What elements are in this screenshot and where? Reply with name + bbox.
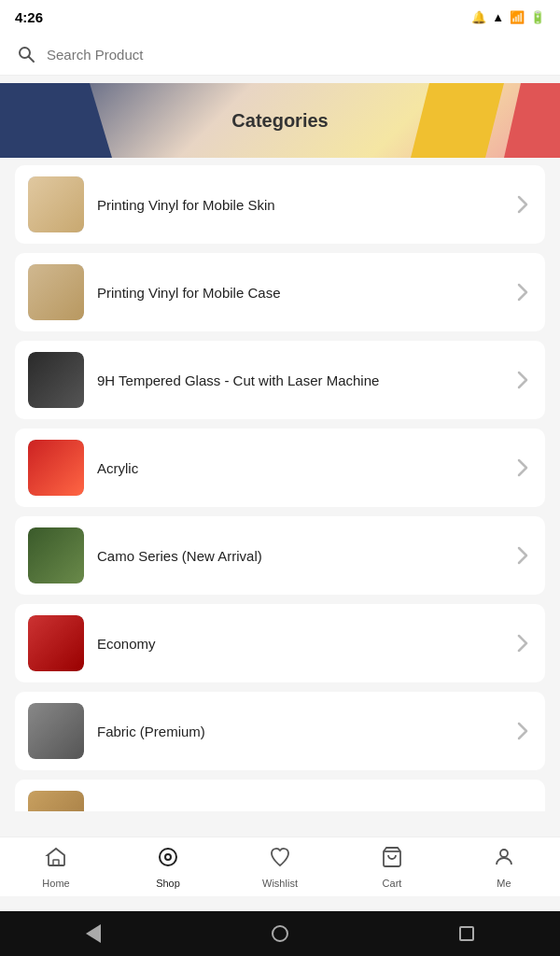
svg-rect-2 bbox=[53, 860, 59, 865]
category-name: Printing Vinyl for Mobile Case bbox=[97, 285, 513, 301]
search-icon bbox=[15, 43, 37, 65]
wifi-icon: ▲ bbox=[492, 10, 504, 24]
category-name: Printing Vinyl for Mobile Skin bbox=[97, 197, 513, 213]
category-thumb bbox=[28, 440, 84, 496]
search-input[interactable] bbox=[47, 47, 545, 63]
cart-icon bbox=[381, 846, 403, 874]
chevron-right-icon bbox=[513, 458, 532, 477]
category-item[interactable]: Economy bbox=[15, 604, 545, 682]
category-thumb bbox=[28, 264, 84, 320]
category-item-partial[interactable] bbox=[15, 780, 545, 811]
chevron-right-icon bbox=[513, 283, 532, 302]
status-icons: 🔔 ▲ 📶 🔋 bbox=[471, 10, 545, 24]
android-nav-bar bbox=[0, 911, 560, 956]
category-item[interactable]: Camo Series (New Arrival) bbox=[15, 516, 545, 595]
categories-title: Categories bbox=[231, 110, 328, 132]
category-list: Printing Vinyl for Mobile Skin Printing … bbox=[0, 165, 560, 811]
wishlist-icon bbox=[269, 846, 291, 874]
category-thumb bbox=[28, 527, 84, 583]
category-item[interactable]: Fabric (Premium) bbox=[15, 692, 545, 770]
home-label: Home bbox=[42, 878, 69, 889]
svg-line-1 bbox=[29, 57, 35, 63]
category-item[interactable]: Acrylic bbox=[15, 429, 545, 507]
back-button[interactable] bbox=[79, 924, 107, 943]
category-thumb bbox=[28, 703, 84, 759]
category-item[interactable]: Printing Vinyl for Mobile Case bbox=[15, 253, 545, 331]
status-bar: 4:26 🔔 ▲ 📶 🔋 bbox=[0, 0, 560, 34]
nav-item-wishlist[interactable]: Wishlist bbox=[224, 846, 336, 889]
cart-label: Cart bbox=[383, 878, 402, 889]
bottom-nav: Home Shop Wishlist Cart Me bbox=[0, 836, 560, 896]
category-thumb bbox=[28, 352, 84, 408]
status-time: 4:26 bbox=[15, 9, 43, 25]
nav-item-cart[interactable]: Cart bbox=[336, 846, 448, 889]
category-item[interactable]: 9H Tempered Glass - Cut with Laser Machi… bbox=[15, 341, 545, 419]
category-name: Camo Series (New Arrival) bbox=[97, 548, 513, 564]
category-name: 9H Tempered Glass - Cut with Laser Machi… bbox=[97, 373, 513, 388]
wishlist-label: Wishlist bbox=[262, 878, 298, 889]
category-thumb bbox=[28, 615, 84, 671]
chevron-right-icon bbox=[513, 195, 532, 214]
category-name: Economy bbox=[97, 636, 513, 652]
chevron-right-icon bbox=[513, 722, 532, 740]
signal-icon: 📶 bbox=[510, 10, 525, 24]
svg-point-4 bbox=[165, 854, 171, 860]
yellow-shape bbox=[411, 83, 504, 158]
nav-item-shop[interactable]: Shop bbox=[112, 846, 224, 889]
me-label: Me bbox=[497, 878, 511, 889]
category-name: Acrylic bbox=[97, 460, 513, 476]
search-bar bbox=[0, 34, 560, 76]
chevron-right-icon bbox=[513, 634, 532, 653]
category-name: Fabric (Premium) bbox=[97, 724, 513, 739]
category-thumb bbox=[28, 176, 84, 232]
recents-button[interactable] bbox=[453, 924, 481, 943]
category-thumb bbox=[28, 791, 84, 811]
categories-banner: Categories bbox=[0, 83, 560, 158]
nav-item-home[interactable]: Home bbox=[0, 846, 112, 889]
nav-item-me[interactable]: Me bbox=[448, 846, 560, 889]
category-item[interactable]: Printing Vinyl for Mobile Skin bbox=[15, 165, 545, 244]
battery-icon: 🔋 bbox=[530, 10, 545, 24]
svg-point-3 bbox=[160, 849, 176, 865]
shop-label: Shop bbox=[156, 878, 180, 889]
svg-point-6 bbox=[500, 850, 508, 857]
shop-icon bbox=[157, 846, 179, 874]
chevron-right-icon bbox=[513, 546, 532, 565]
chevron-right-icon bbox=[513, 371, 532, 389]
me-icon bbox=[493, 846, 515, 874]
home-icon bbox=[45, 846, 67, 874]
home-button[interactable] bbox=[266, 924, 294, 943]
notification-icon: 🔔 bbox=[471, 10, 486, 24]
